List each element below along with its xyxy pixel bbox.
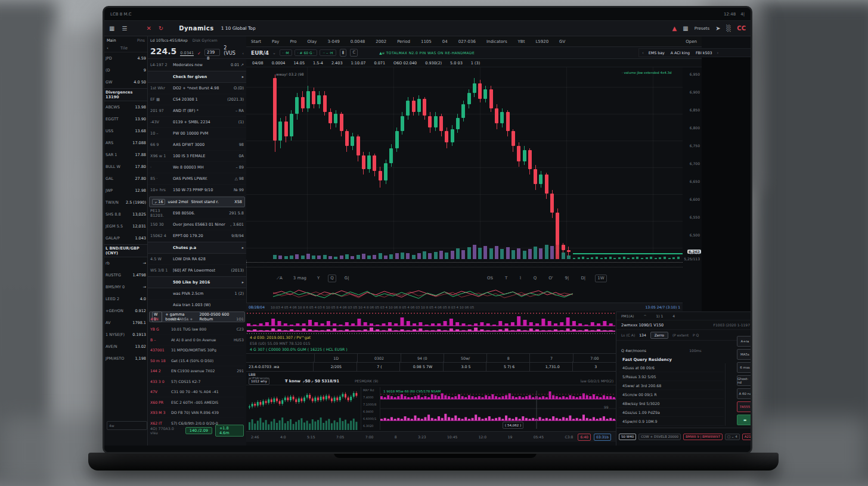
info-time-chip[interactable]: 03:31b	[594, 434, 611, 441]
order-list-item[interactable]: 45ww/ at 3rd 200.68	[619, 381, 724, 390]
chart-menu-item[interactable]: Period	[397, 39, 410, 44]
grid-icon[interactable]: ▦	[109, 25, 114, 32]
subchart-left-head[interactable]: 1012 why	[249, 378, 269, 385]
tabs-next-icon[interactable]: ›	[717, 51, 718, 55]
detail-row[interactable]: -43V0139 + SMBL 2234(1)	[148, 117, 246, 128]
watchlist-row[interactable]: GALA/P1.043	[104, 232, 147, 244]
detail-row[interactable]: 10 –PW 00 10000 PVM	[148, 128, 246, 139]
chart-menu-item[interactable]: GV	[559, 39, 565, 44]
detail-section-header[interactable]: Check for given▸	[148, 71, 246, 83]
rail-button-confirm[interactable]: ▬	[737, 415, 752, 425]
chart-style-icon[interactable]: ▮	[340, 49, 347, 57]
watchlist-row[interactable]: ABCWS13.98	[104, 101, 147, 113]
watchlist-row[interactable]: JEGM 5.512,031	[104, 220, 147, 232]
chart-menu-item[interactable]: 027-036	[458, 39, 476, 44]
watchlist-tile[interactable]: Tile	[120, 46, 128, 51]
status-chip[interactable]: COW + DSVELB 20000	[638, 434, 681, 440]
indicator-tab[interactable]: EMS bay	[649, 51, 665, 55]
order-log-row[interactable]: 50 m 18Get (15.4 (50% O D50)	[150, 356, 244, 366]
watchlist-row[interactable]: 1 NYSE(F)0.1913	[104, 329, 147, 341]
tabs-prev-icon[interactable]: ‹	[642, 51, 644, 55]
order-log-row[interactable]: 47VC31 00 70 –40 % A04 –41	[150, 387, 244, 398]
rail-button[interactable]: A+ra	[737, 336, 752, 347]
chart-menu-item[interactable]: 0.0048	[351, 39, 365, 44]
chart-tool-icon[interactable]: D|	[578, 275, 588, 282]
chart-menu-item[interactable]: L5920	[535, 39, 548, 44]
watchlist-row[interactable]: GW4.0 50	[104, 76, 147, 88]
mini-candle-chart[interactable]	[247, 387, 359, 430]
order-log-row[interactable]: 43700131 MPOD/MORTWS 30Pg	[150, 345, 244, 356]
candlestick-chart[interactable]: wway! 03.2 (98 · volume jbw extended 4x4…	[246, 67, 683, 260]
menu-open[interactable]: Open	[686, 39, 697, 44]
chart-menu-item[interactable]: 1105	[421, 39, 432, 44]
order-log-row[interactable]: B –At A) 8 and 0 0n AvenueHU53	[150, 335, 244, 345]
chart-tool-icon[interactable]: 1W	[595, 275, 606, 282]
detail-row[interactable]: 4.5 WLOW DYA RA 628	[148, 254, 246, 265]
panel-icon[interactable]: ░	[727, 25, 731, 32]
watchlist-row[interactable]: JPD4.59	[104, 52, 147, 64]
orders-toolbar-icon[interactable]: 4	[672, 314, 675, 318]
watchlist-search-input[interactable]: 4w	[109, 423, 114, 428]
watchlist-row[interactable]: AVE/N13.02	[104, 341, 147, 353]
status-chip[interactable]: ▢ ⌄ 4	[725, 434, 740, 440]
chart-tool-icon[interactable]: T	[503, 275, 510, 282]
scissors-icon[interactable]: ✕	[146, 25, 151, 32]
chart-tool-icon[interactable]: ⟋A	[274, 275, 285, 282]
watchlist-row[interactable]: BULL W17.80	[104, 161, 147, 173]
rail-button[interactable]: 6 mss	[737, 362, 752, 373]
order-list-item[interactable]: 4Bw/ssy 9rd 5/3020	[619, 399, 724, 408]
order-log-row[interactable]: YB G10.01 TUG law 800C23	[150, 325, 244, 335]
order-log-row[interactable]: 433 3 057) COS15 K2-7	[150, 376, 244, 387]
watchlist-row[interactable]: +GErrON0.912	[104, 305, 147, 317]
apply-button[interactable]: +1.8 4.6m	[215, 425, 244, 437]
subchart-mid-head[interactable]: ₮ konw ⌌50⌌ 50 5318/91	[285, 379, 339, 384]
detail-row[interactable]: was PIVA 2.5cm1 (2)	[148, 288, 246, 300]
subchart-time-axis[interactable]: 2:464:05:157:057:0083:2310:4512:01905:45…	[246, 431, 616, 442]
alert-icon[interactable]: ▲	[672, 25, 677, 32]
detail-row[interactable]: PE13 81203.E98 80506.291 5.8	[148, 208, 246, 219]
rail-button[interactable]: A 60 ru	[737, 388, 752, 399]
detail-row[interactable]: 150 30Over Jones E5663 01 Niner, 3.601	[148, 219, 246, 230]
orders-toolbar-icon[interactable]: ^	[643, 314, 646, 318]
orders-toolbar-icon[interactable]: PM1(A)	[621, 314, 634, 318]
order-log-row[interactable]: 144 2EN C1930 avenue 7X02291	[150, 366, 244, 377]
chart-tool-icon[interactable]: OS	[485, 275, 495, 282]
orders-section-label[interactable]: Q 4wr/moons	[621, 348, 646, 353]
rail-button[interactable]: MA5s	[737, 349, 752, 360]
order-list-item[interactable]: 5/Rssus 3.92 5/05	[619, 372, 724, 381]
chart-menu-item[interactable]: YBt	[518, 39, 525, 44]
list-icon[interactable]: ☰	[122, 25, 127, 32]
watchlist-row[interactable]: TWX/N2.5 (1990)	[104, 197, 147, 208]
watchlist-tab-pins[interactable]: Pins	[137, 38, 145, 43]
detail-row[interactable]: ·We 8 00003 MH– 89	[148, 162, 246, 173]
detail-row[interactable]: 66 9AAS DFWT 300098	[148, 139, 246, 151]
rail-button-alert[interactable]: 7A555	[737, 401, 752, 412]
detail-row[interactable]: 85 ·OAS PVMS LPWAY.△ 98	[148, 173, 246, 185]
instrument-header-left[interactable]: Ld 10Tscs-455/8Axp	[150, 38, 188, 42]
chart-tool-icon[interactable]: 3 mag	[291, 275, 309, 282]
watchlist-row[interactable]: USS13.68	[104, 125, 147, 137]
watchlist-row[interactable]: SAR 117.88	[104, 149, 147, 161]
refresh-icon[interactable]: ↻	[159, 25, 163, 32]
detail-row[interactable]: EF ▦CS4 20308 1(2021.3)	[148, 94, 246, 105]
chart-menu-item[interactable]: Pro	[290, 39, 296, 44]
chart-tool-icon[interactable]: O'	[546, 275, 555, 282]
indicator-tab[interactable]: FBI k503	[696, 51, 712, 55]
watchlist-row[interactable]: BMS/MY 0→	[104, 281, 147, 293]
chart-tool-icon[interactable]: 9|	[563, 275, 572, 282]
chart-menu-item[interactable]: Start	[251, 39, 261, 44]
presets-label[interactable]: Presets	[695, 26, 709, 31]
detail-section-header[interactable]: Chutes p.a▸	[148, 242, 246, 254]
symbol-label[interactable]: EUR/4	[251, 50, 269, 56]
detail-row[interactable]: Asia tran 1.003 (W)	[148, 300, 246, 311]
instrument-header-right[interactable]: Disk Gyricem	[193, 38, 218, 42]
compare-icon[interactable]: C	[350, 49, 358, 57]
rail-button[interactable]: Ghost-nd	[737, 375, 752, 386]
chart-tool-icon[interactable]: ⌇	[517, 275, 523, 282]
chart-menu-item[interactable]: 04	[442, 39, 448, 44]
stats-table-row[interactable]: 23.4-0.0703 .wa2/2057 (0.98 5 7W3.0 55 7…	[246, 362, 616, 372]
chart-menu-item[interactable]: Olay	[308, 39, 317, 44]
order-list-item[interactable]: 45pw/nl 0.9 10M.9	[619, 417, 724, 426]
window-controls-icon[interactable]: 4|	[740, 12, 745, 17]
watchlist-row[interactable]: (D9	[104, 64, 147, 76]
